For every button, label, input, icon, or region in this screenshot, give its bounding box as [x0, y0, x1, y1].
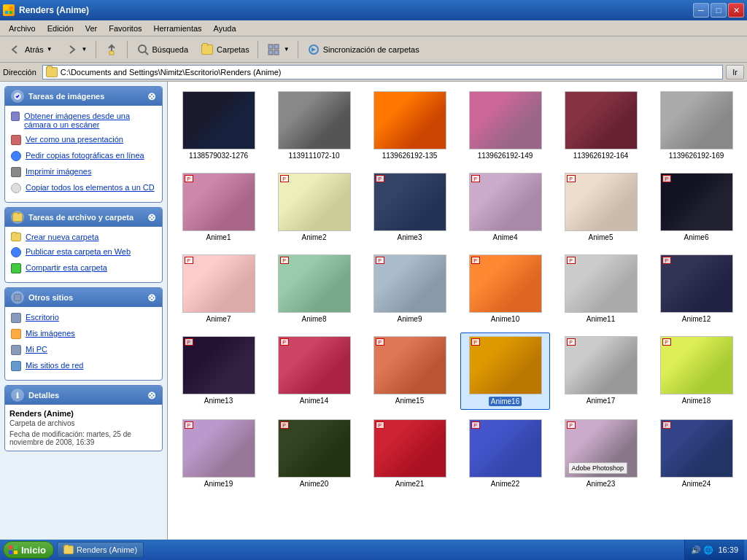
menu-edicion[interactable]: Edición [42, 23, 80, 34]
file-item[interactable]: PAnime20 [269, 416, 359, 491]
collapse-btn-1[interactable]: ⊗ [147, 90, 156, 102]
separator-1 [96, 41, 96, 58]
file-item[interactable]: PAnime14 [269, 332, 359, 410]
address-box[interactable]: C:\Documents and Settings\Nimitz\Escrito… [42, 65, 723, 79]
link-new-folder[interactable]: Crear nueva carpeta [9, 231, 158, 243]
collapse-btn-2[interactable]: ⊗ [147, 211, 156, 223]
file-item[interactable]: PAnime1 [174, 169, 263, 245]
address-path: C:\Documents and Settings\Nimitz\Escrito… [61, 68, 282, 77]
file-item[interactable]: PAdobe PhotoshopAnime23 [556, 416, 646, 491]
folders-button[interactable]: Carpetas [195, 39, 255, 60]
file-item[interactable]: PAnime21 [365, 416, 454, 491]
file-item[interactable]: PAnime9 [365, 251, 454, 327]
file-label: Anime18 [682, 397, 711, 405]
link-share[interactable]: Compartir esta carpeta [9, 262, 158, 275]
link-my-images[interactable]: Mis imágenes [9, 327, 158, 341]
file-label: 1139626192-164 [573, 152, 629, 160]
svg-point-5 [139, 45, 146, 52]
tasks-icon [11, 90, 24, 103]
file-item[interactable]: PAnime16 [460, 332, 550, 410]
link-print-online[interactable]: Pedir copias fotográficas en línea [9, 149, 158, 163]
link-camera[interactable]: Obtener imágenes desde una cámara o un e… [9, 110, 158, 131]
file-item[interactable]: PAnime8 [269, 251, 359, 327]
file-item[interactable]: PAnime3 [365, 169, 454, 245]
menu-ver[interactable]: Ver [80, 23, 104, 34]
file-item[interactable]: PAnime13 [174, 332, 263, 410]
panel-header-left-4: ℹ Detalles [11, 389, 59, 402]
file-label: 1139626192-135 [382, 152, 438, 160]
taskbar-tray: 🔊 🌐 16:39 [684, 540, 744, 560]
menu-herramientas[interactable]: Herramientas [148, 23, 208, 34]
file-item[interactable]: PAnime15 [365, 332, 454, 410]
menu-favoritos[interactable]: Favoritos [103, 23, 147, 34]
svg-rect-7 [268, 44, 273, 49]
file-item[interactable]: PAnime5 [556, 169, 646, 245]
file-thumbnail: P [278, 336, 351, 394]
file-thumbnail: P [182, 336, 255, 394]
tareas-archivo-header[interactable]: Tareas de archivo y carpeta ⊗ [5, 208, 162, 227]
link-print[interactable]: Imprimir imágenes [9, 166, 158, 179]
close-button[interactable]: ✕ [728, 3, 744, 18]
start-button[interactable]: Inicio [3, 541, 54, 559]
file-item[interactable]: PAnime17 [556, 332, 646, 410]
file-thumbnail: P [278, 173, 351, 231]
collapse-btn-4[interactable]: ⊗ [147, 389, 156, 401]
file-item[interactable]: PAnime11 [556, 251, 646, 327]
link-desktop-label: Escritorio [26, 313, 59, 322]
link-presentation[interactable]: Ver como una presentación [9, 133, 158, 147]
panel-header-left-3: Otros sitios [11, 291, 73, 304]
sync-button[interactable]: Sincronización de carpetas [301, 39, 425, 60]
file-item[interactable]: PAnime6 [651, 169, 741, 245]
otros-sitios-header[interactable]: Otros sitios ⊗ [5, 288, 162, 307]
menu-archivo[interactable]: Archivo [3, 23, 42, 34]
file-item[interactable]: 1138579032-1276 [174, 88, 263, 163]
tareas-imagenes-header[interactable]: Tareas de imágenes ⊗ [5, 87, 162, 106]
tray-icons: 🔊 🌐 [691, 545, 713, 555]
file-thumbnail: P [660, 173, 733, 231]
file-item[interactable]: 1139626192-169 [651, 88, 741, 163]
link-desktop[interactable]: Escritorio [9, 311, 158, 324]
views-button[interactable]: ▼ [261, 39, 295, 60]
back-button[interactable]: Atrás ▼ [3, 39, 58, 60]
up-icon [104, 42, 119, 57]
file-item[interactable]: 1139626192-149 [460, 88, 550, 163]
panel-header-left-2: Tareas de archivo y carpeta [11, 211, 133, 224]
link-copy-cd[interactable]: Copiar todos los elementos a un CD [9, 182, 158, 195]
search-button[interactable]: Búsqueda [131, 39, 194, 60]
file-item[interactable]: 1139626192-164 [556, 88, 646, 163]
taskbar-window-label: Renders (Anime) [77, 545, 137, 554]
forward-button[interactable]: ▼ [59, 39, 93, 60]
maximize-button[interactable]: □ [711, 3, 727, 18]
taskbar: Inicio Renders (Anime) 🔊 🌐 16:39 [0, 540, 747, 560]
file-item[interactable]: 1139111072-10 [269, 88, 359, 163]
link-my-pc[interactable]: Mi PC [9, 343, 158, 357]
collapse-btn-3[interactable]: ⊗ [147, 292, 156, 303]
file-item[interactable]: PAnime10 [460, 251, 550, 327]
link-network[interactable]: Mis sitios de red [9, 359, 158, 373]
menu-ayuda[interactable]: Ayuda [208, 23, 242, 34]
file-thumbnail [278, 91, 351, 149]
file-item[interactable]: PAnime18 [651, 332, 741, 410]
link-publish-web[interactable]: Publicar esta carpeta en Web [9, 246, 158, 259]
file-item[interactable]: 1139626192-135 [365, 88, 454, 163]
file-item[interactable]: PAnime4 [460, 169, 550, 245]
globe-icon [11, 151, 21, 161]
taskbar-window-button[interactable]: Renders (Anime) [57, 542, 144, 558]
file-item[interactable]: PAnime22 [460, 416, 550, 491]
svg-rect-15 [9, 551, 12, 554]
file-thumbnail: P [469, 173, 542, 231]
detalles-header[interactable]: ℹ Detalles ⊗ [5, 386, 162, 405]
separator-2 [127, 41, 128, 58]
file-item[interactable]: PAnime19 [174, 416, 263, 491]
up-button[interactable] [99, 39, 124, 60]
file-label: 1139626192-169 [669, 152, 724, 160]
thumb-badge: P [471, 257, 480, 264]
tareas-archivo-section: Tareas de archivo y carpeta ⊗ Crear nuev… [4, 207, 163, 283]
minimize-button[interactable]: ─ [693, 3, 709, 18]
file-item[interactable]: PAnime12 [651, 251, 741, 327]
file-item[interactable]: PAnime2 [269, 169, 359, 245]
file-item[interactable]: PAnime7 [174, 251, 263, 327]
address-go-button[interactable]: Ir [726, 65, 744, 79]
file-item[interactable]: PAnime24 [651, 416, 741, 491]
sync-label: Sincronización de carpetas [323, 45, 419, 54]
